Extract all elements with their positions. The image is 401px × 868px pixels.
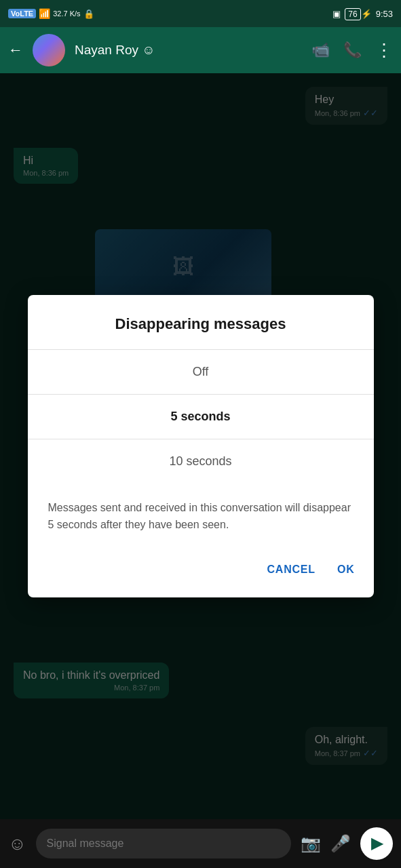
carrier-label: VoLTE <box>8 9 36 18</box>
microphone-button[interactable]: 🎤 <box>330 834 351 853</box>
contact-name-label[interactable]: Nayan Roy ☺ <box>75 43 302 58</box>
modal-overlay[interactable]: Disappearing messages Off 5 seconds 10 s… <box>0 73 401 819</box>
send-button[interactable]: ▶ <box>360 827 393 860</box>
status-left: VoLTE 📶 32.7 K/s 🔒 <box>8 8 94 19</box>
status-right: ▣ 76⚡ 9:53 <box>332 9 393 19</box>
contact-avatar[interactable] <box>33 34 65 66</box>
battery-label: 76⚡ <box>345 9 371 19</box>
speed-label: 32.7 K/s <box>53 9 80 18</box>
disappearing-messages-modal: Disappearing messages Off 5 seconds 10 s… <box>28 295 374 597</box>
back-button[interactable]: ← <box>8 41 23 59</box>
camera-button[interactable]: 📷 <box>301 834 321 853</box>
modal-description: Messages sent and received in this conve… <box>28 484 374 553</box>
message-input-bar: ☺ 📷 🎤 ▶ <box>0 819 401 868</box>
emoji-button[interactable]: ☺ <box>8 833 26 854</box>
video-call-icon[interactable]: 📹 <box>311 41 330 59</box>
header-actions: 📹 📞 ⋮ <box>311 40 393 61</box>
signal-icon: 📶 <box>39 8 50 19</box>
time-label: 9:53 <box>376 9 393 19</box>
chat-header: ← Nayan Roy ☺ 📹 📞 ⋮ <box>0 27 401 73</box>
lock-icon: 🔒 <box>83 9 94 19</box>
more-menu-icon[interactable]: ⋮ <box>375 40 393 61</box>
modal-actions: CANCEL OK <box>28 553 374 597</box>
phone-call-icon[interactable]: 📞 <box>343 41 362 59</box>
option-10-seconds[interactable]: 10 seconds <box>28 439 374 484</box>
ok-button[interactable]: OK <box>335 558 358 581</box>
cancel-button[interactable]: CANCEL <box>264 558 318 581</box>
message-input[interactable] <box>36 829 291 859</box>
option-5-seconds[interactable]: 5 seconds <box>28 394 374 439</box>
modal-title: Disappearing messages <box>28 295 374 349</box>
sim-icon: ▣ <box>332 9 341 19</box>
option-off[interactable]: Off <box>28 349 374 394</box>
chat-area: Hey Mon, 8:36 pm ✓✓ Hi Mon, 8:36 pm 🖼 No… <box>0 73 401 819</box>
status-bar: VoLTE 📶 32.7 K/s 🔒 ▣ 76⚡ 9:53 <box>0 0 401 27</box>
